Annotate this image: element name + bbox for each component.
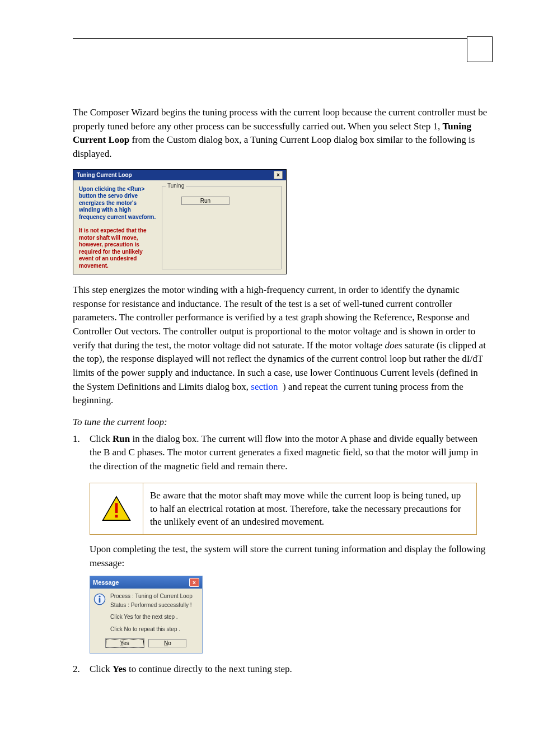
procedure-heading: To tune the current loop: — [73, 417, 489, 428]
no-button[interactable]: No — [148, 639, 186, 647]
dialog-red-text: It is not expected that the motor shaft … — [79, 227, 157, 269]
dialog-body: Upon clicking the <Run> button the servo… — [73, 180, 286, 274]
warning-icon — [102, 496, 131, 521]
dialog-titlebar: Tuning Current Loop × — [73, 170, 286, 180]
message-titlebar: Message × — [90, 576, 202, 589]
yes-rest: es — [123, 640, 129, 646]
info-icon-cell — [93, 592, 107, 633]
svg-rect-5 — [99, 598, 101, 603]
after-warn-paragraph: Upon completing the test, the system wil… — [90, 543, 489, 570]
tuning-fieldset-label: Tuning — [166, 183, 186, 189]
dialog-blue-text: Upon clicking the <Run> button the servo… — [79, 186, 157, 221]
step2-a: Click — [90, 664, 113, 674]
step2-bold: Yes — [113, 664, 127, 674]
step1-bold: Run — [113, 433, 130, 444]
caution-text: Be aware that the motor shaft may move w… — [143, 483, 476, 534]
no-rest: o — [168, 640, 171, 646]
message-lines: Process : Tuning of Current Loop Status … — [110, 592, 193, 633]
message-title: Message — [93, 579, 119, 586]
msg-line2: Status : Performed successfully ! — [110, 601, 193, 610]
close-icon[interactable]: × — [274, 171, 283, 179]
msg-line3: Click Yes for the next step . — [110, 613, 193, 622]
caution-icon-cell — [90, 483, 143, 534]
intro-text-a: The Composer Wizard begins the tuning pr… — [73, 107, 487, 132]
message-button-row: Yes No — [90, 636, 202, 653]
svg-rect-2 — [115, 515, 118, 518]
svg-point-4 — [99, 596, 100, 598]
tuning-fieldset: Tuning Run — [162, 186, 282, 270]
intro-text-b: from the Custom dialog box, a Tuning Cur… — [73, 134, 475, 159]
step-number-2: 2. — [73, 662, 80, 676]
close-icon[interactable]: × — [189, 578, 199, 587]
info-icon — [93, 593, 106, 605]
step1-b: in the dialog box. The current will flow… — [90, 433, 478, 472]
msg-line1: Process : Tuning of Current Loop — [110, 592, 193, 601]
tuning-current-loop-dialog: Tuning Current Loop × Upon clicking the … — [73, 169, 287, 275]
message-body: Process : Tuning of Current Loop Status … — [90, 589, 202, 636]
explain-emph: does — [385, 340, 402, 351]
section-link[interactable]: section ‎ — [251, 381, 280, 392]
yes-button[interactable]: Yes — [106, 639, 144, 647]
dialog-title: Tuning Current Loop — [77, 172, 132, 178]
page-corner-box — [467, 36, 493, 62]
step1-a: Click — [90, 433, 113, 444]
dialog-left-text: Upon clicking the <Run> button the servo… — [79, 186, 157, 270]
message-dialog: Message × Process : Tuning of Current Lo… — [90, 576, 203, 654]
step-number-1: 1. — [73, 432, 80, 446]
caution-box: Be aware that the motor shaft may move w… — [90, 483, 477, 535]
step2-b: to continue directly to the next tuning … — [127, 664, 292, 674]
intro-paragraph: The Composer Wizard begins the tuning pr… — [73, 106, 489, 161]
header-rule — [73, 38, 489, 39]
svg-rect-1 — [115, 503, 118, 514]
msg-line4: Click No to repeat this step . — [110, 625, 193, 634]
run-button[interactable]: Run — [181, 197, 229, 205]
step-1: 1. Click Run in the dialog box. The curr… — [73, 432, 489, 474]
explain-paragraph: This step energizes the motor winding wi… — [73, 283, 489, 408]
step-2: 2. Click Yes to continue directly to the… — [73, 662, 489, 676]
